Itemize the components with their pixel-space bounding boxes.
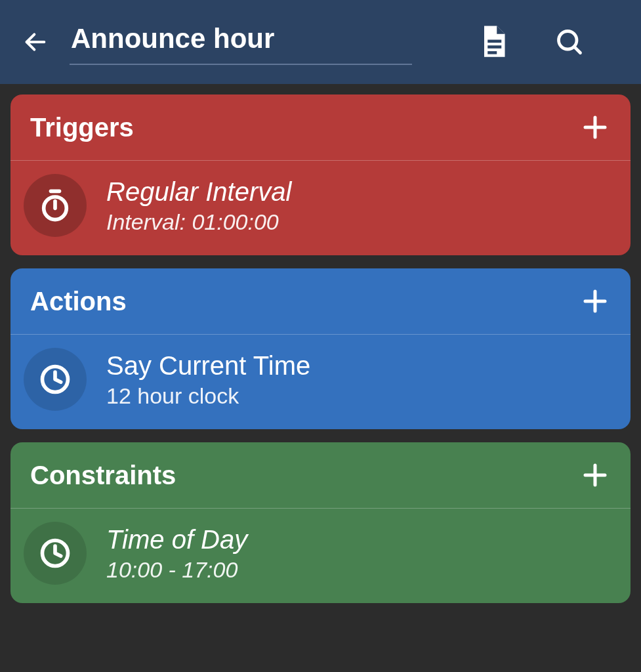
- notes-button[interactable]: [472, 21, 514, 63]
- overflow-menu-button[interactable]: [625, 21, 641, 63]
- add-constraint-button[interactable]: [579, 459, 611, 491]
- clock-icon: [38, 362, 72, 396]
- constraint-item-icon-wrap: [24, 522, 87, 585]
- trigger-item-subtitle: Interval: 01:00:00: [106, 209, 291, 235]
- action-item-subtitle: 12 hour clock: [106, 383, 310, 409]
- title-field-wrap: [70, 19, 438, 65]
- app-bar: [0, 0, 641, 84]
- action-item-icon-wrap: [24, 348, 87, 411]
- plus-icon: [582, 288, 608, 314]
- back-button[interactable]: [20, 26, 51, 58]
- svg-rect-1: [487, 40, 501, 43]
- action-item-title: Say Current Time: [106, 350, 310, 381]
- trigger-item-title: Regular Interval: [106, 177, 291, 207]
- constraints-section: Constraints Time of Day 10:00 - 17:00: [10, 442, 631, 603]
- actions-section: Actions Say Current Time 12 hour clock: [10, 268, 631, 429]
- action-item-text: Say Current Time 12 hour clock: [106, 350, 310, 409]
- constraints-header: Constraints: [10, 442, 631, 509]
- svg-rect-3: [487, 51, 497, 54]
- search-icon: [555, 28, 584, 56]
- trigger-item[interactable]: Regular Interval Interval: 01:00:00: [10, 161, 631, 255]
- trigger-item-text: Regular Interval Interval: 01:00:00: [106, 177, 291, 235]
- svg-rect-2: [487, 45, 501, 49]
- plus-icon: [582, 462, 608, 488]
- actions-title: Actions: [30, 287, 127, 316]
- constraint-item[interactable]: Time of Day 10:00 - 17:00: [10, 509, 631, 603]
- document-icon: [480, 26, 507, 58]
- search-button[interactable]: [548, 21, 590, 63]
- content-area: Triggers Regular Interval Interval: 01:0…: [0, 84, 641, 603]
- triggers-header: Triggers: [10, 94, 631, 161]
- constraint-item-text: Time of Day 10:00 - 17:00: [106, 524, 247, 583]
- add-action-button[interactable]: [579, 285, 611, 317]
- triggers-title: Triggers: [30, 113, 134, 142]
- constraints-title: Constraints: [30, 461, 176, 490]
- actions-header: Actions: [10, 268, 631, 335]
- macro-title-input[interactable]: [70, 19, 412, 65]
- add-trigger-button[interactable]: [579, 112, 611, 143]
- constraint-item-subtitle: 10:00 - 17:00: [106, 557, 247, 583]
- plus-icon: [582, 114, 608, 140]
- constraint-item-title: Time of Day: [106, 524, 247, 555]
- stopwatch-icon: [38, 188, 72, 222]
- triggers-section: Triggers Regular Interval Interval: 01:0…: [10, 94, 631, 255]
- clock-icon: [38, 536, 72, 570]
- arrow-left-icon: [22, 29, 49, 55]
- action-item[interactable]: Say Current Time 12 hour clock: [10, 335, 631, 429]
- trigger-item-icon-wrap: [24, 174, 87, 237]
- svg-line-5: [574, 47, 580, 52]
